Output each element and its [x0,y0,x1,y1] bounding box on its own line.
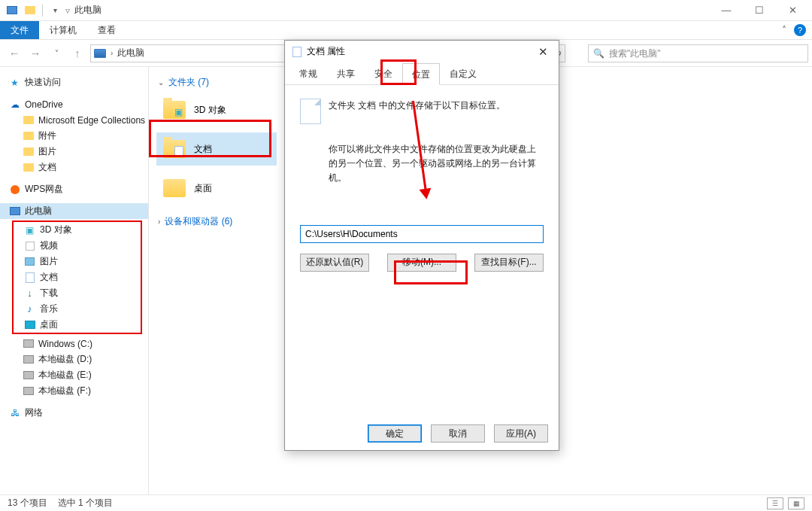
sidebar-downloads[interactable]: ↓下载 [14,285,141,301]
sidebar-desktop[interactable]: 桌面 [14,317,141,333]
status-item-count: 13 个项目 [8,497,47,509]
label: 3D 对象 [40,224,72,236]
dropdown-icon[interactable]: ▾ [49,5,61,17]
sidebar-videos[interactable]: 视频 [14,238,141,254]
search-input[interactable]: 🔍 搜索"此电脑" [588,44,808,62]
star-icon: ★ [9,77,20,88]
dialog-body: 文件夹 文档 中的文件存储于以下目标位置。 你可以将此文件夹中文件存储的位置更改… [285,85,559,279]
label: 3D 对象 [194,104,226,117]
network-icon: 🖧 [9,407,20,418]
forward-button[interactable]: → [27,45,44,62]
label: 附件 [38,129,56,142]
label: 图片 [38,145,56,158]
folder-desktop[interactable]: 桌面 [156,172,277,205]
dialog-tabs: 常规 共享 安全 位置 自定义 [285,62,559,85]
up-button[interactable]: ↑ [69,45,86,62]
properties-dialog: 文档 属性 ✕ 常规 共享 安全 位置 自定义 文件夹 文档 中的文件存储于以下… [284,40,559,451]
sidebar-3d-objects[interactable]: ▣3D 对象 [14,222,141,238]
view-tiles-button[interactable]: ▦ [788,497,804,509]
sidebar-quick-access[interactable]: ★快速访问 [0,75,148,90]
dialog-close-button[interactable]: ✕ [534,45,553,59]
back-button[interactable]: ← [6,45,23,62]
minimize-button[interactable]: — [710,0,743,21]
sidebar-pictures[interactable]: 图片 [0,144,148,160]
label: 此电脑 [25,205,52,217]
breadcrumb-thispc[interactable]: 此电脑 [117,47,144,59]
sidebar-this-pc[interactable]: 此电脑 [0,203,148,219]
drive-icon [23,338,34,349]
label: 设备和驱动器 (6) [165,215,232,228]
picture-icon [24,256,35,267]
close-button[interactable]: ✕ [776,0,809,21]
find-target-button[interactable]: 查找目标(F)... [474,254,544,272]
tab-general[interactable]: 常规 [289,62,327,84]
document-large-icon [300,99,321,124]
window-title: 此电脑 [74,4,102,17]
sidebar-onedrive[interactable]: ☁OneDrive [0,96,148,112]
qat-overflow[interactable]: ▿ [65,5,70,16]
highlight-box-move-button [394,260,468,284]
label: 桌面 [40,318,58,331]
label: OneDrive [25,99,63,110]
label: 文档 [40,271,58,284]
label: 本地磁盘 (F:) [38,385,91,397]
ribbon-tabs: 文件 计算机 查看 ˄ ? [0,21,812,40]
document-icon [291,46,302,57]
tab-file[interactable]: 文件 [0,21,39,39]
drive-icon [23,354,34,365]
cube-icon: ▣ [24,224,35,236]
wps-icon [9,184,20,195]
ribbon-expand-icon[interactable]: ˄ [782,25,786,35]
apply-button[interactable]: 应用(A) [494,424,548,443]
label: Windows (C:) [38,339,92,349]
tab-computer[interactable]: 计算机 [39,21,87,39]
sidebar-network[interactable]: 🖧网络 [0,405,148,421]
sidebar-drive-c[interactable]: Windows (C:) [0,336,148,351]
label: 本地磁盘 (E:) [38,369,92,382]
sidebar-documents[interactable]: 文档 [0,160,148,175]
sidebar-attachments[interactable]: 附件 [0,128,148,144]
view-details-button[interactable]: ☰ [767,497,783,509]
label: 下载 [40,287,58,300]
sidebar-music[interactable]: ♪音乐 [14,301,141,317]
document-icon [24,272,35,283]
cancel-button[interactable]: 取消 [431,424,485,443]
tab-custom[interactable]: 自定义 [440,62,486,84]
tab-view[interactable]: 查看 [87,21,126,39]
sidebar-drive-d[interactable]: 本地磁盘 (D:) [0,351,148,367]
drive-icon [23,370,34,381]
video-icon [24,240,35,251]
sidebar-drive-e[interactable]: 本地磁盘 (E:) [0,367,148,383]
download-icon: ↓ [24,287,35,299]
music-icon: ♪ [24,303,35,315]
restore-default-button[interactable]: 还原默认值(R) [300,254,369,272]
sidebar-drive-f[interactable]: 本地磁盘 (F:) [0,383,148,399]
location-path-input[interactable] [300,225,544,243]
maximize-button[interactable]: ☐ [743,0,776,21]
dialog-line1: 文件夹 文档 中的文件存储于以下目标位置。 [329,99,505,113]
dialog-titlebar[interactable]: 文档 属性 ✕ [285,41,559,62]
help-icon[interactable]: ? [794,24,806,36]
label: 视频 [40,239,58,252]
sidebar-wps[interactable]: WPS网盘 [0,181,148,197]
ok-button[interactable]: 确定 [368,424,422,443]
tab-share[interactable]: 共享 [327,62,365,84]
highlight-box-doc-folder [149,120,271,157]
sidebar-documents-lib[interactable]: 文档 [14,269,141,285]
label: 图片 [40,255,58,268]
label: 网络 [25,406,43,419]
folder-icon [162,178,186,199]
sidebar-pictures-lib[interactable]: 图片 [14,254,141,269]
folder-icon [23,146,34,157]
separator [42,5,43,17]
pc-icon [94,49,106,58]
label: 本地磁盘 (D:) [38,353,92,366]
pc-icon [9,205,20,217]
drive-icon [23,385,34,397]
label: WPS网盘 [25,183,63,196]
sidebar-edge-collections[interactable]: Microsoft Edge Collections [0,112,148,128]
label: 桌面 [194,182,212,195]
search-placeholder: 搜索"此电脑" [609,47,661,60]
folder-icon: ▣ [162,99,186,120]
history-dropdown[interactable]: ˅ [48,45,65,62]
